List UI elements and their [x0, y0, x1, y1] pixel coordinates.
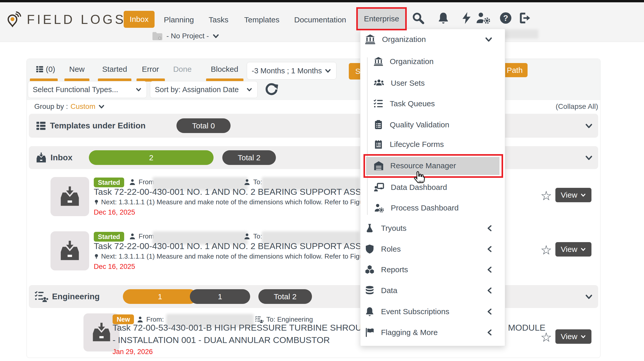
- menu-item-roles[interactable]: Roles: [365, 241, 501, 257]
- menu-item-label: Flagging & More: [381, 328, 438, 337]
- tab-all-label: (0): [46, 65, 55, 74]
- redacted-user-label: [504, 29, 538, 39]
- tab-error[interactable]: Error: [136, 64, 165, 75]
- task-to: To:: [243, 232, 262, 240]
- collapse-group-chevron[interactable]: [584, 154, 594, 162]
- help-icon[interactable]: ?: [499, 12, 512, 24]
- brand-logo[interactable]: FIELD LOGS: [7, 10, 126, 29]
- path-button[interactable]: Path: [502, 63, 528, 77]
- logo-pin-icon: [7, 10, 23, 29]
- menu-item-data-dashboard[interactable]: Data Dashboard: [373, 180, 447, 195]
- nav-item-documentation[interactable]: Documentation: [294, 15, 346, 24]
- quick-actions-bolt-icon[interactable]: [460, 12, 473, 24]
- date-range-select[interactable]: -3 Months ; 1 Months: [247, 62, 336, 80]
- sign-out-icon[interactable]: [518, 12, 531, 24]
- chevron-left-icon: [486, 287, 493, 294]
- collapse-group-chevron[interactable]: [584, 293, 594, 301]
- menu-item-label: Quality Validation: [390, 120, 449, 129]
- menu-item-reports[interactable]: Reports: [365, 262, 501, 277]
- tab-all[interactable]: (0): [32, 64, 58, 75]
- functional-types-select[interactable]: Select Functional Types...: [28, 81, 147, 98]
- nav-item-templates[interactable]: Templates: [244, 15, 279, 24]
- lightbulb-icon: [94, 253, 99, 260]
- project-selector-label: - No Project -: [166, 32, 209, 40]
- view-button-label: View: [561, 191, 577, 199]
- project-folder-icon: [151, 31, 163, 41]
- bell-icon: [365, 306, 375, 317]
- collapse-all-link[interactable]: (Collapse All): [556, 102, 598, 111]
- group-by-value: Custom: [71, 102, 95, 111]
- nav-item-enterprise[interactable]: Enterprise: [356, 7, 407, 30]
- top-strip: [0, 0, 644, 2]
- clipboard-icon: [373, 120, 384, 130]
- tab-started[interactable]: Started: [98, 64, 131, 75]
- lightbulb-icon: [94, 199, 99, 206]
- collapse-group-chevron[interactable]: [584, 122, 594, 130]
- menu-item-label: Data: [381, 286, 397, 295]
- favorite-star-icon[interactable]: ☆: [540, 244, 552, 257]
- menu-item-quality-validation[interactable]: Quality Validation: [373, 117, 449, 133]
- task-type-tile: [50, 231, 89, 270]
- menu-item-label: Process Dashboard: [391, 204, 459, 212]
- task-to: To:: [243, 178, 262, 186]
- status-badge: Started: [94, 178, 124, 187]
- tab-done[interactable]: Done: [171, 64, 194, 75]
- tab-blocked[interactable]: Blocked: [206, 64, 243, 75]
- menu-item-label: Reports: [381, 265, 408, 274]
- person-icon: [243, 233, 251, 240]
- task-title[interactable]: Task 72-22-00-430-001 NO. 1 AND NO. 2 BE…: [94, 241, 360, 251]
- view-button[interactable]: View: [555, 188, 591, 202]
- total-badge: Total 0: [176, 118, 231, 133]
- search-icon[interactable]: [412, 12, 425, 24]
- nav-item-inbox[interactable]: Inbox: [124, 11, 155, 28]
- flask-icon: [365, 223, 375, 233]
- task-due-date: Dec 16, 2025: [94, 208, 135, 216]
- view-button-label: View: [561, 332, 577, 341]
- menu-item-task-queues[interactable]: Task Queues: [373, 96, 435, 111]
- menu-item-flagging-and-more[interactable]: Flagging & More: [365, 325, 501, 340]
- group-title: Templates under Edition: [50, 121, 146, 130]
- notifications-bell-icon[interactable]: [437, 12, 450, 24]
- person-icon: [129, 233, 136, 240]
- menu-item-process-dashboard[interactable]: Process Dashboard: [373, 200, 459, 216]
- view-button[interactable]: View: [555, 329, 591, 344]
- task-to: To: Engineering: [255, 315, 313, 323]
- menu-item-user-sets[interactable]: User Sets: [373, 75, 425, 91]
- project-selector[interactable]: - No Project -: [151, 31, 220, 41]
- view-button-label: View: [561, 245, 577, 254]
- menu-item-organization[interactable]: Organization: [373, 54, 434, 69]
- task-from: From:: [129, 178, 156, 186]
- nav-item-planning[interactable]: Planning: [164, 15, 194, 24]
- menu-section-organization[interactable]: Organization: [365, 32, 501, 47]
- grid-icon: [36, 120, 46, 131]
- nav-item-tasks[interactable]: Tasks: [209, 15, 228, 24]
- chevron-down-icon: [135, 87, 142, 92]
- task-title-line1[interactable]: Task 72-00-53-430-001-B HIGH PRESSURE TU…: [113, 323, 360, 333]
- view-button[interactable]: View: [555, 242, 591, 257]
- favorite-star-icon[interactable]: ☆: [540, 189, 552, 202]
- menu-item-lifecycle-forms[interactable]: Lifecycle Forms: [373, 137, 444, 152]
- sort-by-select[interactable]: Sort by: Assignation Date: [150, 81, 258, 98]
- user-administration-icon[interactable]: [476, 12, 492, 24]
- task-title[interactable]: Task 72-22-00-430-001 NO. 1 AND NO. 2 BE…: [94, 187, 360, 197]
- grid-icon: [36, 65, 44, 73]
- refresh-icon[interactable]: [264, 82, 279, 97]
- bank-icon: [373, 56, 384, 67]
- group-header-templates-under-edition: Templates under Edition Total 0: [29, 114, 598, 138]
- to-label: To:: [253, 232, 262, 240]
- task-from: From:: [137, 315, 164, 323]
- menu-item-label: Roles: [381, 245, 401, 253]
- progress-badge: 2: [89, 150, 214, 165]
- tab-error-label: Error: [142, 65, 159, 74]
- next-step-text: Next: 1.3.1.1.1 (1) Measure and make not…: [101, 252, 360, 260]
- menu-item-data[interactable]: Data: [365, 283, 501, 298]
- task-type-tile: [50, 177, 89, 216]
- tab-done-label: Done: [173, 65, 192, 74]
- menu-item-event-subscriptions[interactable]: Event Subscriptions: [365, 304, 501, 319]
- group-by-control[interactable]: Group by : Custom: [34, 102, 105, 111]
- tab-new[interactable]: New: [64, 64, 89, 75]
- favorite-star-icon[interactable]: ☆: [540, 331, 552, 344]
- flag-icon: [365, 327, 375, 338]
- total-badge: Total 2: [258, 289, 312, 304]
- menu-item-tryouts[interactable]: Tryouts: [365, 221, 501, 236]
